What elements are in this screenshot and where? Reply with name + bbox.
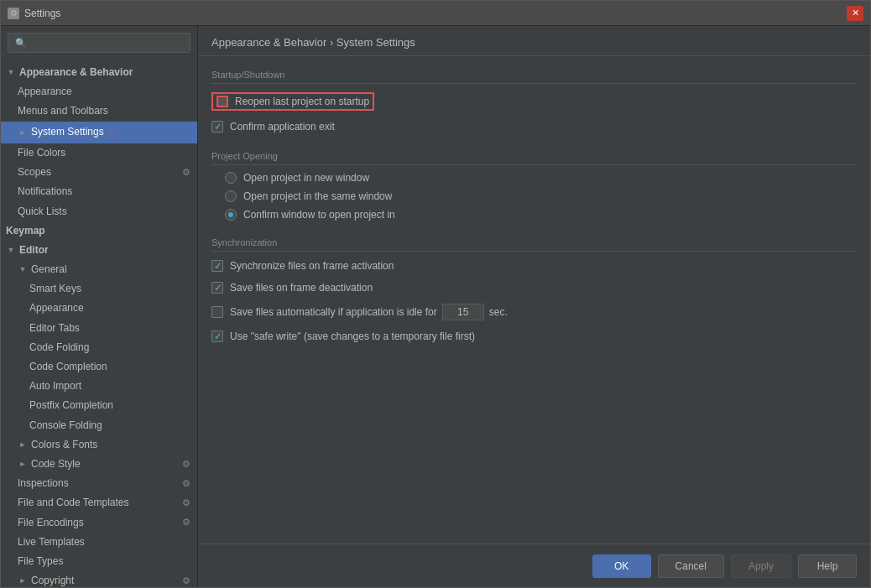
sidebar-item-postfix-completion[interactable]: Postfix Completion — [1, 396, 197, 415]
sidebar-item-appearance[interactable]: Appearance — [1, 82, 197, 101]
ok-button[interactable]: OK — [592, 554, 651, 578]
sidebar-item-system-settings[interactable]: System Settings ← — [1, 122, 197, 143]
radio-new-window-label: Open project in new window — [243, 172, 369, 184]
settings-tree: Appearance & Behavior Appearance Menus a… — [1, 60, 197, 587]
search-input[interactable] — [30, 37, 183, 49]
radio-confirm-window-label: Confirm window to open project in — [243, 209, 395, 221]
save-deactivation-option[interactable]: Save files on frame deactivation — [211, 282, 373, 294]
idle-unit-label: sec. — [489, 306, 508, 318]
sidebar-item-scopes[interactable]: Scopes ⚙ — [1, 163, 197, 182]
sidebar-item-code-completion[interactable]: Code Completion — [1, 357, 197, 377]
save-idle-option[interactable]: Save files automatically if application … — [211, 306, 437, 318]
panel-body: Startup/Shutdown Reopen last project on … — [198, 56, 870, 544]
panel-breadcrumb: Appearance & Behavior › System Settings — [211, 36, 415, 49]
save-deactivation-row: Save files on frame deactivation — [211, 280, 857, 295]
sidebar-item-label: System Settings — [31, 124, 104, 140]
sidebar-item-general[interactable]: General — [1, 260, 197, 279]
section-title-project-opening: Project Opening — [211, 151, 857, 165]
sidebar-item-live-templates[interactable]: Live Templates — [1, 533, 197, 552]
sidebar-item-label: Keymap — [6, 223, 45, 239]
sidebar-item-console-folding[interactable]: Console Folding — [1, 416, 197, 435]
section-title-startup: Startup/Shutdown — [211, 70, 857, 84]
idle-time-input[interactable] — [442, 304, 484, 320]
sidebar-item-smart-keys[interactable]: Smart Keys — [1, 279, 197, 299]
sidebar-item-label: Smart Keys — [29, 281, 81, 297]
badge-icon: ⚙ — [182, 574, 190, 587]
close-button[interactable]: ✕ — [847, 6, 863, 21]
sidebar-item-editor[interactable]: Editor — [1, 241, 197, 260]
radio-same-window-label: Open project in the same window — [243, 190, 392, 202]
radio-confirm-window-btn[interactable] — [225, 209, 237, 221]
section-title-sync: Synchronization — [211, 237, 857, 252]
save-deactivation-checkbox[interactable] — [211, 282, 223, 294]
confirm-exit-row: Confirm application exit — [211, 119, 857, 134]
safe-write-option[interactable]: Use "safe write" (save changes to a temp… — [211, 330, 475, 342]
panel-header: Appearance & Behavior › System Settings — [198, 26, 870, 56]
reopen-checkbox[interactable] — [216, 96, 228, 107]
radio-same-window[interactable]: Open project in the same window — [211, 190, 857, 202]
title-bar: ⚙ Settings ✕ — [1, 1, 870, 26]
search-icon: 🔍 — [15, 38, 27, 49]
sidebar-item-label: Code Folding — [29, 340, 89, 356]
sidebar-item-editor-tabs[interactable]: Editor Tabs — [1, 319, 197, 338]
expand-icon — [18, 265, 28, 275]
radio-confirm-window[interactable]: Confirm window to open project in — [211, 209, 857, 221]
safe-write-row: Use "safe write" (save changes to a temp… — [211, 329, 857, 344]
sidebar-item-label: Editor Tabs — [29, 320, 80, 336]
cancel-button[interactable]: Cancel — [658, 554, 724, 578]
project-opening-section: Project Opening Open project in new wind… — [211, 151, 857, 221]
sync-files-checkbox[interactable] — [211, 260, 223, 272]
sidebar-item-code-style[interactable]: Code Style ⚙ — [1, 455, 197, 474]
save-idle-checkbox[interactable] — [211, 306, 223, 318]
expand-icon — [18, 576, 28, 586]
sidebar-item-label: File Encodings — [18, 515, 84, 531]
sidebar-item-keymap[interactable]: Keymap — [1, 221, 197, 241]
reopen-label: Reopen last project on startup — [235, 96, 369, 107]
radio-same-window-btn[interactable] — [225, 190, 237, 202]
badge-icon: ⚙ — [182, 476, 190, 492]
sidebar-item-label: Quick Lists — [18, 204, 67, 220]
sidebar-item-quick-lists[interactable]: Quick Lists — [1, 202, 197, 221]
sidebar-item-label: Appearance — [29, 300, 84, 316]
footer: OK Cancel Apply Help — [198, 544, 870, 587]
sidebar-item-label: Console Folding — [29, 418, 102, 434]
sidebar-item-file-types[interactable]: File Types — [1, 552, 197, 571]
sidebar-item-label: Auto Import — [29, 378, 81, 394]
apply-button[interactable]: Apply — [731, 554, 791, 578]
sidebar: 🔍 Appearance & Behavior Appearance Menus… — [1, 26, 198, 587]
sidebar-item-label: General — [31, 262, 67, 278]
sidebar-item-auto-import[interactable]: Auto Import — [1, 377, 197, 396]
search-box[interactable]: 🔍 — [8, 33, 190, 53]
sidebar-item-label: Copyright — [31, 573, 74, 587]
sync-files-option[interactable]: Synchronize files on frame activation — [211, 260, 394, 272]
sidebar-item-file-code-templates[interactable]: File and Code Templates ⚙ — [1, 493, 197, 513]
confirm-exit-checkbox[interactable] — [211, 121, 223, 133]
sidebar-item-inspections[interactable]: Inspections ⚙ — [1, 474, 197, 493]
sidebar-item-appearance-sub[interactable]: Appearance — [1, 299, 197, 318]
sidebar-item-label: Inspections — [18, 476, 69, 492]
synchronization-section: Synchronization Synchronize files on fra… — [211, 237, 857, 344]
sidebar-item-menus-toolbars[interactable]: Menus and Toolbars — [1, 101, 197, 121]
sidebar-item-label: File and Code Templates — [18, 495, 129, 511]
sidebar-item-file-encodings[interactable]: File Encodings ⚙ — [1, 513, 197, 533]
radio-new-window[interactable]: Open project in new window — [211, 172, 857, 184]
sidebar-item-code-folding[interactable]: Code Folding — [1, 338, 197, 357]
badge-icon: ⚙ — [182, 496, 190, 511]
sidebar-item-label: File Types — [18, 554, 63, 570]
radio-new-window-btn[interactable] — [225, 172, 237, 184]
sidebar-item-label: Appearance & Behavior — [19, 65, 133, 81]
sidebar-item-label: Scopes — [18, 164, 51, 180]
save-idle-row: Save files automatically if application … — [211, 302, 857, 322]
badge-icon: ⚙ — [182, 165, 190, 180]
sidebar-item-copyright[interactable]: Copyright ⚙ — [1, 571, 197, 587]
help-button[interactable]: Help — [798, 554, 857, 578]
confirm-exit-label: Confirm application exit — [230, 121, 335, 133]
sidebar-item-notifications[interactable]: Notifications — [1, 182, 197, 201]
expand-icon — [6, 68, 16, 78]
sidebar-item-appearance-behavior[interactable]: Appearance & Behavior — [1, 63, 197, 82]
sidebar-item-file-colors[interactable]: File Colors — [1, 143, 197, 163]
sidebar-item-colors-fonts[interactable]: Colors & Fonts — [1, 435, 197, 455]
confirm-exit-option[interactable]: Confirm application exit — [211, 121, 335, 133]
safe-write-checkbox[interactable] — [211, 330, 223, 342]
sidebar-item-label: Postfix Completion — [29, 398, 113, 414]
